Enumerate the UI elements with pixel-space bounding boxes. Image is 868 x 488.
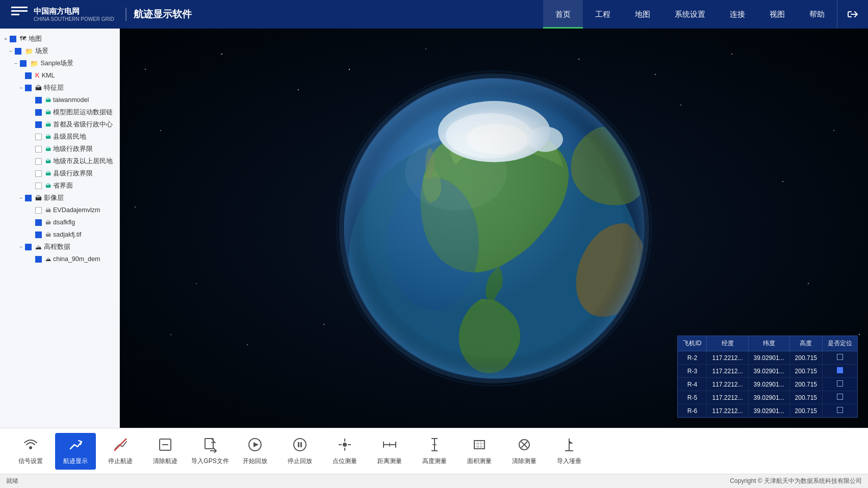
btn-stop-track[interactable]: 停止航迹 xyxy=(100,433,141,470)
stop-track-icon xyxy=(112,436,129,455)
tree-district-boundary[interactable]: 🏔 地级行政界限 xyxy=(0,143,119,155)
svg-point-8 xyxy=(425,48,426,49)
tree-checkbox-map[interactable] xyxy=(10,36,16,42)
tree-expand-image[interactable]: − xyxy=(19,195,22,201)
btn-import-pole[interactable]: 导入垭垂 xyxy=(549,433,590,470)
tree-map-root[interactable]: + 🗺 地图 xyxy=(0,33,119,45)
tree-dem[interactable]: ⛰ china_90m_dem xyxy=(0,253,119,265)
tree-city-land-label: 地级市及以上居民地 xyxy=(53,157,113,166)
tree-checkbox-county-admin[interactable] xyxy=(35,170,42,177)
tree-checkbox-scene[interactable] xyxy=(15,48,21,55)
btn-height-measure[interactable]: 高度测量 xyxy=(414,433,455,470)
tree-checkbox-city-land[interactable] xyxy=(35,158,42,165)
tree-checkbox-kml[interactable] xyxy=(25,72,32,79)
tree-checkbox-feature[interactable] xyxy=(25,85,32,91)
btn-point-measure[interactable]: 点位测量 xyxy=(324,433,365,470)
table-row[interactable]: R-6 117.2212... 39.02901... 200.715 xyxy=(678,404,857,418)
nav-item-home[interactable]: 首页 xyxy=(543,0,583,29)
tree-kml[interactable]: K KML xyxy=(0,69,119,82)
tree-model-chain[interactable]: 🏔 模型图层运动数据链 xyxy=(0,106,119,118)
tree-model-label: 模型图层运动数据链 xyxy=(53,108,113,117)
tree-map-label: 地图 xyxy=(29,35,42,43)
tree-checkbox-sample[interactable] xyxy=(20,60,27,67)
tree-checkbox-admin[interactable] xyxy=(35,121,42,128)
nav-item-help[interactable]: 帮助 xyxy=(797,0,837,29)
btn-track-display[interactable]: 航迹显示 xyxy=(55,433,96,470)
tree-checkbox-county-land[interactable] xyxy=(35,134,42,140)
cell-id: R-4 xyxy=(678,378,707,391)
tree-sample-scene[interactable]: − 📁 Sanple场景 xyxy=(0,57,119,69)
tree-feature-label: 特征层 xyxy=(44,84,64,92)
tree-checkbox-dsaf[interactable] xyxy=(35,219,42,226)
tree-province-bound[interactable]: 🏔 省界面 xyxy=(0,179,119,192)
btn-area-measure-label: 面积测量 xyxy=(467,457,492,466)
btn-dist-measure[interactable]: 距离测量 xyxy=(369,433,410,470)
nav-item-connect[interactable]: 连接 xyxy=(718,0,757,29)
btn-clear-measure[interactable]: 清除测量 xyxy=(504,433,545,470)
cell-located xyxy=(823,378,858,391)
statusbar: 就绪 Copyright © 天津航天中为数据系统科技有限公司 xyxy=(0,474,868,488)
dsaf-icon: 🏔 xyxy=(45,219,51,225)
svg-point-5 xyxy=(298,89,299,90)
tree-dsafkflg[interactable]: 🏔 dsafkflg xyxy=(0,216,119,228)
tree-checkbox-sadjak[interactable] xyxy=(35,232,42,238)
svg-point-45 xyxy=(294,439,306,451)
svg-point-3 xyxy=(145,69,146,70)
table-row[interactable]: R-5 117.2212... 39.02901... 200.715 xyxy=(678,391,857,404)
col-header-id: 飞机ID xyxy=(678,336,707,351)
tree-expand-scene[interactable]: − xyxy=(9,48,12,54)
tree-scene[interactable]: − 📁 场景 xyxy=(0,45,119,57)
tree-expand-sample[interactable]: − xyxy=(14,60,17,66)
nav-menu: 首页 工程 地图 系统设置 连接 视图 帮助 xyxy=(543,0,837,29)
btn-clear-track[interactable]: 清除航迹 xyxy=(145,433,186,470)
nav-item-map[interactable]: 地图 xyxy=(623,0,662,29)
tree-checkbox-taiwan[interactable] xyxy=(35,97,42,104)
tree-expand-map[interactable]: + xyxy=(4,36,7,42)
btn-import-gps[interactable]: 导入GPS文件 xyxy=(190,433,231,470)
btn-signal[interactable]: 信号设置 xyxy=(10,433,51,470)
tree-sadjakfj[interactable]: 🏔 sadjakfj.tif xyxy=(0,228,119,241)
table-row[interactable]: R-2 117.2212... 39.02901... 200.715 xyxy=(678,351,857,365)
nav-item-settings[interactable]: 系统设置 xyxy=(662,0,718,29)
btn-start-playback[interactable]: 开始回放 xyxy=(235,433,275,470)
tree-expand-feature[interactable]: − xyxy=(19,85,22,91)
btn-import-pole-label: 导入垭垂 xyxy=(557,457,581,466)
tree-checkbox-elev[interactable] xyxy=(25,244,32,250)
tree-checkbox-image[interactable] xyxy=(25,195,32,201)
table-row[interactable]: R-3 117.2212... 39.02901... 200.715 xyxy=(678,365,857,378)
nav-item-project[interactable]: 工程 xyxy=(583,0,623,29)
tree-expand-elevation[interactable]: − xyxy=(19,244,22,250)
tree-checkbox-prov-bound[interactable] xyxy=(35,183,42,189)
cell-lat: 39.02901... xyxy=(748,404,789,418)
tree-evdada[interactable]: 🏔 EVDadajemvlzm xyxy=(0,204,119,216)
cell-located xyxy=(823,365,858,378)
tree-county-land[interactable]: 🏔 县级居民地 xyxy=(0,131,119,143)
tree-taiwan[interactable]: 🏔 taiwanmodel xyxy=(0,94,119,106)
tree-image-layer[interactable]: − 🏔 影像层 xyxy=(0,192,119,204)
tree-city-land[interactable]: 🏔 地级市及以上居民地 xyxy=(0,155,119,167)
exit-button[interactable] xyxy=(837,0,868,29)
svg-point-48 xyxy=(343,443,347,447)
map-area[interactable]: 飞机ID 经度 纬度 高度 是否定位 R-2 117.2212... 39.02… xyxy=(120,29,868,428)
svg-point-16 xyxy=(782,181,783,182)
btn-area-measure[interactable]: 面积测量 xyxy=(459,433,500,470)
tree-admin-center[interactable]: 🏔 首都及省级行政中心 xyxy=(0,118,119,131)
svg-rect-0 xyxy=(11,7,28,8)
dem-icon: ⛰ xyxy=(45,256,51,262)
tree-checkbox-model[interactable] xyxy=(35,109,42,116)
feature-layer-icon: 🏔 xyxy=(35,84,42,92)
county-land-icon: 🏔 xyxy=(45,134,51,140)
tree-elevation[interactable]: − ⛰ 高程数据 xyxy=(0,241,119,253)
cell-lat: 39.02901... xyxy=(748,365,789,378)
cell-id: R-3 xyxy=(678,365,707,378)
tree-feature-layer[interactable]: − 🏔 特征层 xyxy=(0,82,119,94)
table-row[interactable]: R-4 117.2212... 39.02901... 200.715 xyxy=(678,378,857,391)
tree-checkbox-evdada[interactable] xyxy=(35,207,42,214)
cell-lng: 117.2212... xyxy=(707,404,748,418)
nav-item-view[interactable]: 视图 xyxy=(757,0,797,29)
col-header-lng: 经度 xyxy=(707,336,748,351)
tree-county-admin[interactable]: 🏔 县级行政界限 xyxy=(0,167,119,179)
btn-stop-playback[interactable]: 停止回放 xyxy=(279,433,320,470)
tree-checkbox-dist-bound[interactable] xyxy=(35,146,42,152)
tree-checkbox-dem[interactable] xyxy=(35,256,42,263)
